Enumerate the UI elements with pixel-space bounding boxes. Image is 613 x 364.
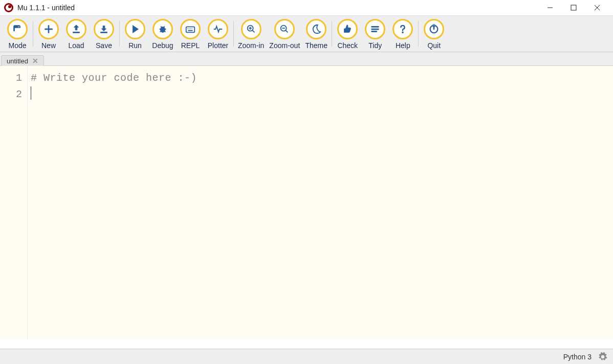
lines-icon [365, 19, 385, 39]
repl-label: REPL [181, 41, 200, 50]
settings-button[interactable] [598, 352, 608, 362]
load-button[interactable]: Load [65, 19, 87, 50]
repl-button[interactable]: REPL [179, 19, 202, 50]
toolbar-group: Zoom-inZoom-outTheme [234, 19, 332, 50]
debug-label: Debug [152, 41, 173, 50]
help-label: Help [396, 41, 410, 50]
play-icon [125, 19, 145, 39]
zoom-out-icon [274, 19, 295, 39]
code-editor[interactable]: 12 # Write your code here :-) [0, 65, 613, 339]
zoom-in-label: Zoom-in [238, 41, 264, 50]
plus-icon [38, 19, 59, 39]
question-icon [392, 19, 413, 39]
toolbar-group: CheckTidyHelp [332, 19, 418, 50]
tidy-button[interactable]: Tidy [364, 19, 386, 50]
app-logo-icon [4, 3, 13, 12]
theme-label: Theme [305, 41, 327, 50]
theme-button[interactable]: Theme [305, 19, 327, 50]
window-title: Mu 1.1.1 - untitled [17, 4, 538, 12]
upload-icon [66, 19, 86, 39]
zoom-out-label: Zoom-out [269, 41, 300, 50]
text-cursor [31, 86, 31, 100]
minimize-button[interactable] [538, 0, 562, 15]
mode-button[interactable]: Mode [6, 19, 29, 50]
toolbar-group: NewLoadSave [33, 19, 119, 50]
close-button[interactable] [585, 0, 609, 15]
titlebar: Mu 1.1.1 - untitled [0, 0, 613, 15]
debug-button[interactable]: Debug [151, 19, 174, 50]
tab-label: untitled [7, 57, 28, 65]
tidy-label: Tidy [368, 41, 382, 50]
keyboard-icon [180, 19, 201, 39]
quit-label: Quit [427, 41, 441, 50]
line-number: 2 [0, 86, 22, 103]
zoom-in-icon [241, 19, 261, 39]
plotter-button[interactable]: Plotter [207, 19, 229, 50]
status-bar: Python 3 [0, 349, 613, 364]
download-icon [94, 19, 114, 39]
pulse-icon [208, 19, 228, 39]
close-icon[interactable]: ✕ [32, 57, 38, 65]
save-label: Save [96, 41, 112, 50]
new-label: New [41, 41, 56, 50]
status-mode-label: Python 3 [563, 353, 592, 361]
run-button[interactable]: Run [124, 19, 146, 50]
run-label: Run [128, 41, 142, 50]
mode-icon [7, 19, 28, 39]
plotter-label: Plotter [208, 41, 228, 50]
help-button[interactable]: Help [391, 19, 414, 50]
code-line[interactable] [31, 86, 613, 103]
check-label: Check [337, 41, 358, 50]
bug-icon [152, 19, 173, 39]
thumb-icon [337, 19, 358, 39]
line-number: 1 [0, 70, 22, 86]
maximize-button[interactable] [562, 0, 585, 15]
save-button[interactable]: Save [93, 19, 115, 50]
line-gutter: 12 [0, 66, 28, 339]
toolbar-group: Quit [419, 19, 449, 50]
mode-label: Mode [8, 41, 26, 50]
svg-rect-8 [571, 5, 576, 10]
load-label: Load [68, 41, 84, 50]
toolbar-group: RunDebugREPLPlotter [120, 19, 233, 50]
new-button[interactable]: New [37, 19, 60, 50]
check-button[interactable]: Check [336, 19, 359, 50]
power-icon [424, 19, 444, 39]
code-area[interactable]: # Write your code here :-) [28, 66, 613, 339]
code-line[interactable]: # Write your code here :-) [31, 70, 613, 86]
quit-button[interactable]: Quit [423, 19, 445, 50]
zoom-out-button[interactable]: Zoom-out [269, 19, 300, 50]
zoom-in-button[interactable]: Zoom-in [238, 19, 264, 50]
tab-bar: untitled ✕ [0, 52, 613, 65]
tab-untitled[interactable]: untitled ✕ [1, 55, 44, 66]
moon-icon [306, 19, 326, 39]
toolbar: ModeNewLoadSaveRunDebugREPLPlotterZoom-i… [0, 15, 613, 52]
toolbar-group: Mode [2, 19, 33, 50]
